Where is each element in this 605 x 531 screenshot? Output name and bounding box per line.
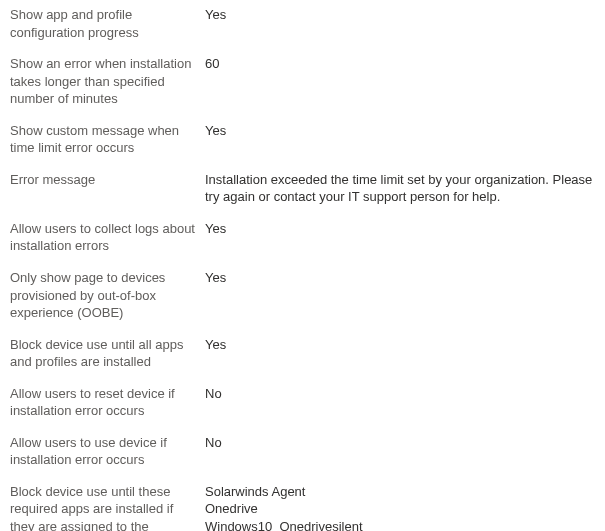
setting-label: Only show page to devices provisioned by… [10, 269, 205, 322]
setting-row: Allow users to reset device if installat… [10, 385, 595, 420]
setting-row: Allow users to use device if installatio… [10, 434, 595, 469]
setting-value: Yes [205, 6, 595, 24]
setting-label: Show app and profile configuration progr… [10, 6, 205, 41]
setting-label: Block device use until these required ap… [10, 483, 205, 531]
setting-value: 60 [205, 55, 595, 73]
setting-row: Show app and profile configuration progr… [10, 6, 595, 41]
setting-label: Show an error when installation takes lo… [10, 55, 205, 108]
setting-value-list: Solarwinds AgentOnedriveWindows10_Onedri… [205, 483, 595, 531]
setting-value: Yes [205, 122, 595, 140]
setting-value: Yes [205, 336, 595, 354]
setting-label: Error message [10, 171, 205, 189]
setting-label: Allow users to use device if installatio… [10, 434, 205, 469]
setting-value: Installation exceeded the time limit set… [205, 171, 595, 206]
setting-row-required-apps: Block device use until these required ap… [10, 483, 595, 531]
setting-row: Block device use until all apps and prof… [10, 336, 595, 371]
setting-label: Block device use until all apps and prof… [10, 336, 205, 371]
settings-page: Show app and profile configuration progr… [0, 0, 605, 531]
required-app-item: Onedrive [205, 500, 595, 518]
setting-label: Show custom message when time limit erro… [10, 122, 205, 157]
setting-row: Allow users to collect logs about instal… [10, 220, 595, 255]
setting-value: No [205, 434, 595, 452]
setting-label: Allow users to reset device if installat… [10, 385, 205, 420]
setting-row: Show an error when installation takes lo… [10, 55, 595, 108]
setting-label: Allow users to collect logs about instal… [10, 220, 205, 255]
setting-value: No [205, 385, 595, 403]
required-app-item: Solarwinds Agent [205, 483, 595, 501]
setting-row: Show custom message when time limit erro… [10, 122, 595, 157]
setting-row: Only show page to devices provisioned by… [10, 269, 595, 322]
setting-value: Yes [205, 220, 595, 238]
required-app-item: Windows10_Onedrivesilent [205, 518, 595, 531]
setting-row: Error messageInstallation exceeded the t… [10, 171, 595, 206]
setting-value: Yes [205, 269, 595, 287]
